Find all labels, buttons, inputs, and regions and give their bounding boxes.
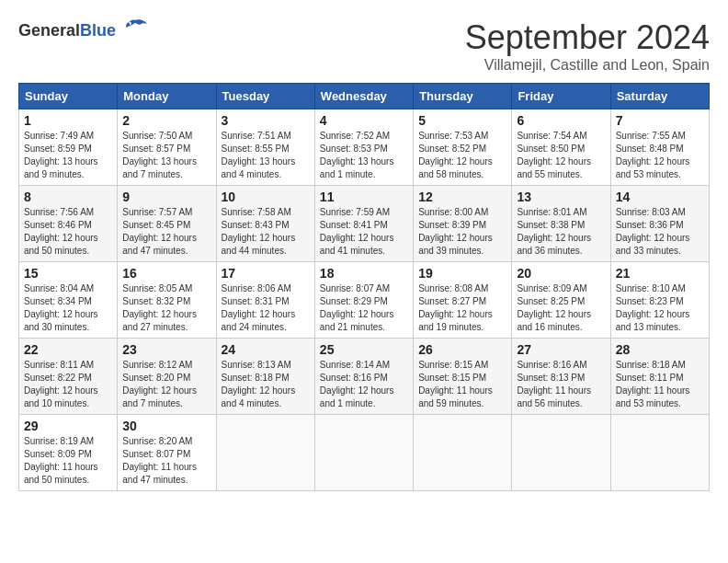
- calendar-header-row: SundayMondayTuesdayWednesdayThursdayFrid…: [19, 84, 710, 109]
- day-info: Sunrise: 8:10 AM Sunset: 8:23 PM Dayligh…: [616, 282, 704, 334]
- logo: GeneralBlue: [18, 18, 149, 42]
- day-info: Sunrise: 7:51 AM Sunset: 8:55 PM Dayligh…: [222, 130, 310, 181]
- day-number: 18: [320, 266, 408, 281]
- day-info: Sunrise: 8:08 AM Sunset: 8:27 PM Dayligh…: [418, 282, 506, 334]
- daylight-label: Daylight: 12 hours and 53 minutes.: [616, 156, 690, 179]
- sunrise-label: Sunrise: 8:06 AM: [222, 283, 291, 293]
- day-info: Sunrise: 7:58 AM Sunset: 8:43 PM Dayligh…: [222, 206, 310, 258]
- day-number: 22: [24, 342, 112, 357]
- sunrise-label: Sunrise: 8:11 AM: [24, 360, 94, 370]
- sunrise-label: Sunrise: 8:10 AM: [616, 283, 686, 293]
- daylight-label: Daylight: 12 hours and 1 minute.: [320, 385, 394, 408]
- calendar-week-3: 15 Sunrise: 8:04 AM Sunset: 8:34 PM Dayl…: [19, 262, 710, 339]
- day-number: 23: [122, 342, 210, 357]
- day-info: Sunrise: 8:20 AM Sunset: 8:07 PM Dayligh…: [122, 435, 210, 487]
- day-number: 16: [122, 266, 210, 281]
- sunrise-label: Sunrise: 7:54 AM: [517, 131, 586, 141]
- calendar-cell: 18 Sunrise: 8:07 AM Sunset: 8:29 PM Dayl…: [314, 262, 413, 339]
- day-info: Sunrise: 8:09 AM Sunset: 8:25 PM Dayligh…: [517, 282, 605, 334]
- calendar-cell: 1 Sunrise: 7:49 AM Sunset: 8:59 PM Dayli…: [19, 109, 118, 186]
- title-section: September 2024 Villamejil, Castille and …: [465, 18, 710, 74]
- sunset-label: Sunset: 8:36 PM: [616, 220, 684, 230]
- sunrise-label: Sunrise: 8:20 AM: [122, 436, 192, 446]
- sunrise-label: Sunrise: 8:05 AM: [122, 283, 192, 293]
- day-info: Sunrise: 7:50 AM Sunset: 8:57 PM Dayligh…: [122, 130, 210, 181]
- sunrise-label: Sunrise: 7:55 AM: [616, 131, 686, 141]
- sunrise-label: Sunrise: 8:15 AM: [418, 360, 488, 370]
- day-number: 4: [320, 113, 408, 128]
- logo-bird-icon: [121, 18, 149, 42]
- sunset-label: Sunset: 8:50 PM: [517, 144, 585, 154]
- daylight-label: Daylight: 13 hours and 4 minutes.: [222, 156, 296, 179]
- day-number: 2: [122, 113, 210, 128]
- calendar-cell: 3 Sunrise: 7:51 AM Sunset: 8:55 PM Dayli…: [216, 109, 314, 186]
- sunset-label: Sunset: 8:11 PM: [616, 373, 684, 383]
- weekday-header-tuesday: Tuesday: [216, 84, 314, 109]
- sunset-label: Sunset: 8:32 PM: [122, 296, 190, 306]
- calendar-cell: 20 Sunrise: 8:09 AM Sunset: 8:25 PM Dayl…: [512, 262, 610, 339]
- day-number: 21: [616, 266, 704, 281]
- sunrise-label: Sunrise: 8:03 AM: [616, 207, 686, 217]
- calendar-cell: [414, 415, 512, 491]
- day-number: 26: [418, 342, 506, 357]
- day-number: 24: [222, 342, 310, 357]
- sunset-label: Sunset: 8:15 PM: [418, 373, 486, 383]
- day-info: Sunrise: 7:57 AM Sunset: 8:45 PM Dayligh…: [122, 206, 210, 258]
- sunrise-label: Sunrise: 7:51 AM: [222, 131, 291, 141]
- day-number: 15: [24, 266, 112, 281]
- calendar-cell: 30 Sunrise: 8:20 AM Sunset: 8:07 PM Dayl…: [118, 415, 216, 491]
- calendar-cell: 25 Sunrise: 8:14 AM Sunset: 8:16 PM Dayl…: [314, 339, 413, 415]
- daylight-label: Daylight: 12 hours and 21 minutes.: [320, 309, 394, 332]
- sunrise-label: Sunrise: 8:08 AM: [418, 283, 488, 293]
- sunrise-label: Sunrise: 7:57 AM: [122, 207, 192, 217]
- day-number: 7: [616, 113, 704, 128]
- daylight-label: Daylight: 12 hours and 30 minutes.: [24, 309, 98, 332]
- calendar-week-5: 29 Sunrise: 8:19 AM Sunset: 8:09 PM Dayl…: [19, 415, 710, 491]
- sunset-label: Sunset: 8:23 PM: [616, 296, 684, 306]
- weekday-header-friday: Friday: [512, 84, 610, 109]
- day-number: 1: [24, 113, 112, 128]
- calendar-table: SundayMondayTuesdayWednesdayThursdayFrid…: [18, 83, 710, 491]
- sunset-label: Sunset: 8:39 PM: [418, 220, 486, 230]
- sunrise-label: Sunrise: 8:09 AM: [517, 283, 586, 293]
- calendar-cell: 10 Sunrise: 7:58 AM Sunset: 8:43 PM Dayl…: [216, 186, 314, 262]
- day-number: 25: [320, 342, 408, 357]
- sunrise-label: Sunrise: 8:14 AM: [320, 360, 390, 370]
- daylight-label: Daylight: 12 hours and 19 minutes.: [418, 309, 493, 332]
- daylight-label: Daylight: 13 hours and 9 minutes.: [24, 156, 98, 179]
- weekday-header-thursday: Thursday: [414, 84, 512, 109]
- daylight-label: Daylight: 11 hours and 56 minutes.: [517, 385, 591, 408]
- sunset-label: Sunset: 8:22 PM: [24, 373, 92, 383]
- weekday-header-monday: Monday: [118, 84, 216, 109]
- calendar-cell: 5 Sunrise: 7:53 AM Sunset: 8:52 PM Dayli…: [414, 109, 512, 186]
- daylight-label: Daylight: 12 hours and 36 minutes.: [517, 233, 591, 256]
- page-header: GeneralBlue September 2024 Villamejil, C…: [18, 18, 710, 74]
- sunset-label: Sunset: 8:59 PM: [24, 144, 92, 154]
- calendar-cell: 11 Sunrise: 7:59 AM Sunset: 8:41 PM Dayl…: [314, 186, 413, 262]
- day-info: Sunrise: 8:11 AM Sunset: 8:22 PM Dayligh…: [24, 359, 112, 410]
- sunset-label: Sunset: 8:27 PM: [418, 296, 486, 306]
- daylight-label: Daylight: 12 hours and 47 minutes.: [122, 233, 197, 256]
- sunrise-label: Sunrise: 8:01 AM: [517, 207, 586, 217]
- day-number: 19: [418, 266, 506, 281]
- daylight-label: Daylight: 13 hours and 7 minutes.: [122, 156, 197, 179]
- daylight-label: Daylight: 12 hours and 7 minutes.: [122, 385, 197, 408]
- sunset-label: Sunset: 8:52 PM: [418, 144, 486, 154]
- calendar-cell: 9 Sunrise: 7:57 AM Sunset: 8:45 PM Dayli…: [118, 186, 216, 262]
- calendar-cell: 14 Sunrise: 8:03 AM Sunset: 8:36 PM Dayl…: [610, 186, 709, 262]
- day-number: 3: [222, 113, 310, 128]
- day-number: 20: [517, 266, 605, 281]
- day-info: Sunrise: 8:12 AM Sunset: 8:20 PM Dayligh…: [122, 359, 210, 410]
- month-year-title: September 2024: [465, 18, 710, 57]
- logo-blue: Blue: [80, 21, 116, 40]
- day-number: 5: [418, 113, 506, 128]
- calendar-cell: 24 Sunrise: 8:13 AM Sunset: 8:18 PM Dayl…: [216, 339, 314, 415]
- weekday-header-saturday: Saturday: [610, 84, 709, 109]
- calendar-week-2: 8 Sunrise: 7:56 AM Sunset: 8:46 PM Dayli…: [19, 186, 710, 262]
- sunrise-label: Sunrise: 8:19 AM: [24, 436, 94, 446]
- daylight-label: Daylight: 11 hours and 50 minutes.: [24, 462, 98, 485]
- sunset-label: Sunset: 8:41 PM: [320, 220, 388, 230]
- daylight-label: Daylight: 12 hours and 39 minutes.: [418, 233, 493, 256]
- daylight-label: Daylight: 12 hours and 55 minutes.: [517, 156, 591, 179]
- sunset-label: Sunset: 8:18 PM: [222, 373, 290, 383]
